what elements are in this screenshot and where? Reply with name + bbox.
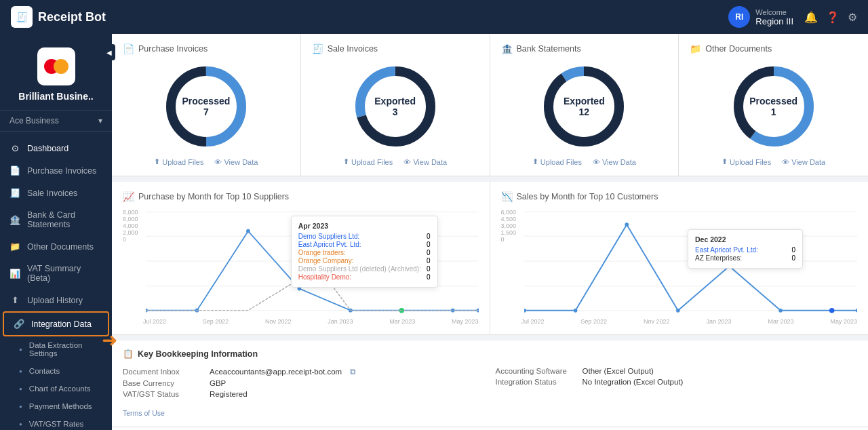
- card-sale-invoices: 🧾 Sale Invoices Exported 3: [301, 34, 490, 176]
- sidebar-item-label: Integration Data: [31, 319, 92, 329]
- view-data-button[interactable]: 👁 View Data: [593, 157, 636, 166]
- card-header: 🏦 Bank Statements: [501, 43, 668, 54]
- sidebar-item-dashboard[interactable]: ⊙ Dashboard: [0, 137, 112, 159]
- main-content: 📄 Purchase Invoices Processed 7: [112, 34, 868, 430]
- sidebar-item-label: Purchase Invoices: [27, 166, 96, 176]
- sidebar-subitem-vat-gst-rates[interactable]: ● VAT/GST Rates: [0, 415, 112, 430]
- sidebar-subitem-label: Contacts: [29, 367, 60, 375]
- notification-icon[interactable]: 🔔: [804, 11, 818, 24]
- card-actions: ⬆ Upload Files 👁 View Data: [722, 157, 825, 166]
- upload-files-button[interactable]: ⬆ Upload Files: [154, 157, 203, 166]
- upload-label: Upload Files: [540, 158, 582, 166]
- upload-label: Upload Files: [351, 158, 393, 166]
- svg-point-31: [573, 309, 577, 313]
- chart-title-text: Purchase by Month for Top 10 Suppliers: [138, 192, 289, 201]
- tooltip-title: Dec 2022: [695, 235, 795, 243]
- sidebar-item-label: Bank & Card Statements: [27, 210, 102, 229]
- card-title: Sale Invoices: [328, 44, 378, 54]
- settings-icon[interactable]: ⚙: [848, 11, 857, 24]
- upload-icon: ⬆: [722, 157, 728, 166]
- sidebar-item-bank-card[interactable]: 🏦 Bank & Card Statements: [0, 204, 112, 235]
- chart-icon: 📉: [501, 191, 513, 202]
- view-icon: 👁: [782, 158, 789, 166]
- donut-purchase: Processed 7: [162, 62, 250, 151]
- arrow-indicator: ➜: [102, 329, 117, 351]
- tooltip-item: Orange Company: 0: [298, 257, 431, 265]
- help-icon[interactable]: ❓: [826, 11, 840, 24]
- donut-status: Exported: [374, 96, 416, 106]
- bk-value: Other (Excel Output): [583, 367, 654, 375]
- bk-label: Integration Status: [496, 378, 577, 386]
- card-other-documents: 📁 Other Documents Processed 1: [679, 34, 868, 176]
- purchase-invoices-icon: 📄: [9, 165, 20, 176]
- sidebar-item-upload-history[interactable]: ⬆ Upload History: [0, 289, 112, 311]
- bk-label: Document Inbox: [123, 368, 204, 376]
- card-title: Other Documents: [705, 44, 772, 54]
- sidebar-item-purchase-invoices[interactable]: 📄 Purchase Invoices: [0, 159, 112, 182]
- upload-icon: ⬆: [154, 157, 160, 166]
- bk-value: Registered: [210, 390, 248, 398]
- tooltip-item: East Apricot Pvt. Ltd: 0: [298, 241, 431, 248]
- view-label: View Data: [602, 158, 636, 166]
- ace-business-selector[interactable]: Ace Business ▾: [0, 111, 112, 132]
- upload-files-button[interactable]: ⬆ Upload Files: [722, 157, 771, 166]
- terms-of-use-link[interactable]: Terms of Use: [123, 409, 165, 417]
- purchase-chart-tooltip: Apr 2023 Demo Suppliers Ltd: 0 East Apri…: [291, 216, 438, 288]
- sales-chart-panel: 📉 Sales by Month for Top 10 Customers 6,…: [490, 182, 869, 334]
- sales-chart-tooltip: Dec 2022 East Apricot Pvt. Ltd: 0 AZ Ent…: [688, 229, 803, 269]
- sidebar-item-other-docs[interactable]: 📁 Other Documents: [0, 235, 112, 258]
- bookkeeping-grid: Document Inbox Aceaccountants@app.receip…: [123, 366, 857, 399]
- ace-business-label: Ace Business: [9, 116, 59, 125]
- view-icon: 👁: [214, 158, 222, 166]
- copy-icon[interactable]: ⧉: [350, 367, 356, 376]
- sidebar-subitem-label: VAT/GST Rates: [29, 420, 84, 428]
- bk-label: Accounting Software: [496, 367, 577, 375]
- tooltip-item: Orange traders: 0: [298, 249, 431, 256]
- upload-files-button[interactable]: ⬆ Upload Files: [532, 157, 582, 166]
- tooltip-title: Apr 2023: [298, 222, 431, 230]
- logo-text: Receipt Bot: [38, 10, 106, 24]
- sidebar-collapse-button[interactable]: ◀: [103, 44, 112, 60]
- bk-value: GBP: [210, 379, 226, 387]
- purchase-chart-panel: 📈 Purchase by Month for Top 10 Suppliers…: [112, 182, 490, 334]
- purchase-chart-title: 📈 Purchase by Month for Top 10 Suppliers: [123, 191, 479, 202]
- sidebar-subitem-payment-methods[interactable]: ● Payment Methods: [0, 397, 112, 415]
- sidebar-item-vat-summary[interactable]: 📊 VAT Summary (Beta): [0, 258, 112, 289]
- view-data-button[interactable]: 👁 View Data: [782, 157, 825, 166]
- sales-y-labels: 6,000 4,500 3,000 1,500 0: [501, 209, 524, 243]
- username-label: Region III: [755, 16, 793, 26]
- view-data-button[interactable]: 👁 View Data: [403, 157, 447, 166]
- header-right: RI Welcome Region III 🔔 ❓ ⚙: [728, 6, 857, 28]
- sidebar-item-sale-invoices[interactable]: 🧾 Sale Invoices: [0, 182, 112, 204]
- sale-card-icon: 🧾: [312, 43, 323, 54]
- card-title: Bank Statements: [517, 44, 581, 54]
- bk-value: Aceaccountants@app.receipt-bot.com: [210, 368, 342, 376]
- bk-accounting-software: Accounting Software Other (Excel Output): [496, 366, 858, 376]
- sidebar-nav: ⊙ Dashboard 📄 Purchase Invoices 🧾 Sale I…: [0, 132, 112, 430]
- bk-label: Base Currency: [123, 379, 204, 387]
- purchase-x-labels: Jul 2022 Sep 2022 Nov 2022 Jan 2023 Mar …: [123, 317, 479, 325]
- view-data-button[interactable]: 👁 View Data: [214, 157, 258, 166]
- bank-icon: 🏦: [9, 215, 20, 225]
- sidebar-subitem-contacts[interactable]: ● Contacts: [0, 362, 112, 380]
- svg-point-32: [625, 222, 629, 227]
- donut-sale: Exported 3: [351, 62, 439, 151]
- section-title-text: Key Bookkeeping Information: [138, 349, 258, 359]
- view-label: View Data: [413, 158, 447, 166]
- purchase-card-icon: 📄: [123, 43, 134, 54]
- tooltip-item: Hospitality Demo: 0: [298, 273, 431, 281]
- sidebar-subitem-data-extraction[interactable]: ● Data Extraction Settings: [0, 336, 112, 362]
- layout: ◀ Brilliant Busine.. Ace Business ▾ ⊙ Da…: [0, 34, 868, 430]
- purchase-chart-area: Apr 2023 Demo Suppliers Ltd: 0 East Apri…: [146, 209, 479, 317]
- upload-label: Upload Files: [162, 158, 203, 166]
- sidebar-subitem-chart-accounts[interactable]: ● Chart of Accounts: [0, 380, 112, 397]
- upload-files-button[interactable]: ⬆ Upload Files: [343, 157, 393, 166]
- sidebar-item-integration-data[interactable]: 🔗 Integration Data: [3, 311, 109, 336]
- bk-value: No Integration (Excel Output): [583, 378, 684, 386]
- avatar[interactable]: RI: [728, 6, 750, 28]
- card-actions: ⬆ Upload Files 👁 View Data: [154, 157, 258, 166]
- donut-value: 1: [749, 106, 797, 117]
- footer: Copyright © 2023 Excelsious Limited: [112, 427, 868, 430]
- bank-card-icon: 🏦: [501, 43, 513, 54]
- chart-title-text: Sales by Month for Top 10 Customers: [517, 192, 658, 201]
